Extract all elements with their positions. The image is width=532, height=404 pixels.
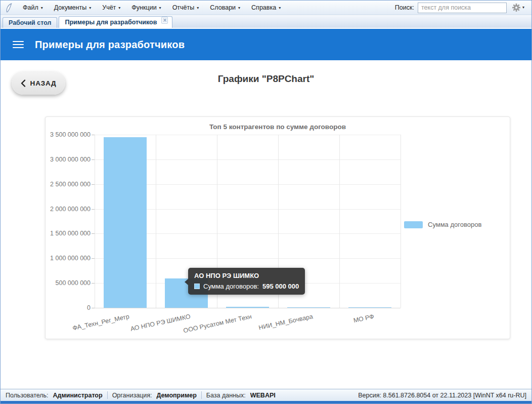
menu-item-label: Словари: [210, 4, 236, 11]
page-header-title: Примеры для разработчиков: [35, 39, 185, 51]
tabbar: Рабочий стол Примеры для разработчиков ×: [1, 15, 531, 28]
menu-item-help[interactable]: Справка ▾: [246, 2, 286, 13]
menu-item-functions[interactable]: Функции ▾: [126, 2, 166, 13]
page-header: Примеры для разработчиков: [1, 29, 531, 60]
dropdown-caret-icon: ▾: [89, 5, 91, 10]
bar[interactable]: [226, 307, 269, 308]
app-logo-quill-icon: [4, 2, 14, 13]
gridline: [339, 135, 340, 308]
divider: [201, 391, 202, 399]
y-axis-label: 0: [87, 304, 91, 311]
statusbar: Пользователь: Администратор Организация:…: [1, 389, 531, 401]
status-org-label: Организация:: [112, 392, 152, 399]
dropdown-caret-icon: ▾: [159, 5, 161, 10]
y-axis-tick: [92, 308, 95, 308]
tab-label: Рабочий стол: [9, 19, 51, 26]
tooltip-series-swatch: [194, 284, 200, 289]
menu-item-label: Справка: [251, 4, 276, 11]
dropdown-caret-icon: ▾: [279, 5, 281, 10]
search-label: Поиск:: [395, 4, 414, 11]
tab-label: Примеры для разработчиков: [65, 19, 157, 26]
legend-swatch: [404, 221, 423, 228]
chart-card: Топ 5 контрагентов по сумме договоров 05…: [45, 116, 510, 339]
chart-tooltip: АО НПО РЭ ШИМКО Сумма договоров: 595 000…: [188, 268, 305, 295]
app-window: Файл ▾ Документы ▾ Учёт ▾ Функции ▾ Отчё…: [0, 0, 532, 404]
y-axis-label: 3 500 000 000: [50, 131, 91, 138]
menu-item-label: Отчёты: [172, 4, 195, 11]
legend-label: Сумма договоров: [428, 221, 481, 228]
menu-item-label: Учёт: [102, 4, 116, 11]
search-input[interactable]: [418, 3, 507, 13]
gridline: [95, 135, 95, 308]
menu-item-label: Документы: [54, 4, 86, 11]
divider: [107, 391, 108, 399]
status-user-label: Пользователь:: [6, 392, 49, 399]
gridline: [95, 135, 401, 135]
tooltip-title: АО НПО РЭ ШИМКО: [194, 272, 299, 279]
gridline: [156, 135, 156, 308]
dropdown-caret-icon: ▾: [41, 5, 43, 10]
legend-item[interactable]: Сумма договоров: [404, 221, 481, 228]
y-axis-label: 500 000 000: [55, 279, 91, 287]
y-axis-label: 2 000 000 000: [50, 206, 91, 213]
bar[interactable]: [348, 307, 391, 308]
dropdown-caret-icon: ▾: [238, 5, 240, 10]
menu-item-file[interactable]: Файл ▾: [18, 2, 48, 13]
y-axis-label: 3 000 000 000: [50, 156, 91, 163]
menubar-right: Поиск: ▾: [395, 3, 527, 13]
bar[interactable]: [104, 137, 147, 308]
tab-desktop[interactable]: Рабочий стол: [3, 17, 57, 28]
status-version: Версия: 8.561.8726.8054 от 22.11.2023 [W…: [358, 392, 526, 399]
dropdown-caret-icon: ▾: [197, 5, 199, 10]
tab-developer-examples[interactable]: Примеры для разработчиков ×: [59, 16, 172, 28]
menu-item-documents[interactable]: Документы ▾: [49, 2, 96, 13]
tooltip-series-label: Сумма договоров:: [203, 282, 259, 290]
menu-item-reports[interactable]: Отчёты ▾: [167, 2, 204, 13]
menubar: Файл ▾ Документы ▾ Учёт ▾ Функции ▾ Отчё…: [1, 1, 531, 15]
page-title: Графики "P8PChart": [1, 73, 531, 85]
status-db-value: WEBAPI: [250, 392, 276, 399]
status-db-label: База данных:: [206, 392, 246, 399]
menu-item-dictionaries[interactable]: Словари ▾: [205, 2, 245, 13]
menu-item-accounting[interactable]: Учёт ▾: [97, 2, 125, 13]
search-settings-button[interactable]: ▾: [510, 3, 526, 13]
content-area: НАЗАД Графики "P8PChart" Топ 5 контраген…: [1, 60, 531, 389]
dropdown-caret-icon: ▾: [522, 6, 524, 10]
tooltip-row: Сумма договоров: 595 000 000: [194, 282, 299, 290]
gear-icon: [512, 4, 520, 12]
status-user-value: Администратор: [53, 392, 103, 399]
status-org-value: Демопример: [157, 392, 197, 399]
y-axis-label: 2 500 000 000: [50, 181, 91, 188]
chart-title: Топ 5 контрагентов по сумме договоров: [46, 123, 510, 131]
y-axis: 0500 000 0001 000 000 0001 500 000 0002 …: [46, 135, 91, 308]
window-bottom-edge: [1, 401, 531, 403]
dropdown-caret-icon: ▾: [118, 5, 120, 10]
tooltip-value: 595 000 000: [262, 282, 299, 290]
gridline: [95, 308, 401, 308]
close-tab-icon[interactable]: ×: [161, 17, 168, 24]
y-axis-label: 1 000 000 000: [50, 255, 91, 262]
menu-item-label: Файл: [23, 4, 38, 11]
y-axis-label: 1 500 000 000: [50, 230, 91, 237]
bar[interactable]: [287, 307, 330, 308]
menu-item-label: Функции: [131, 4, 156, 11]
gridline: [401, 135, 401, 308]
hamburger-menu-icon[interactable]: [13, 41, 24, 49]
